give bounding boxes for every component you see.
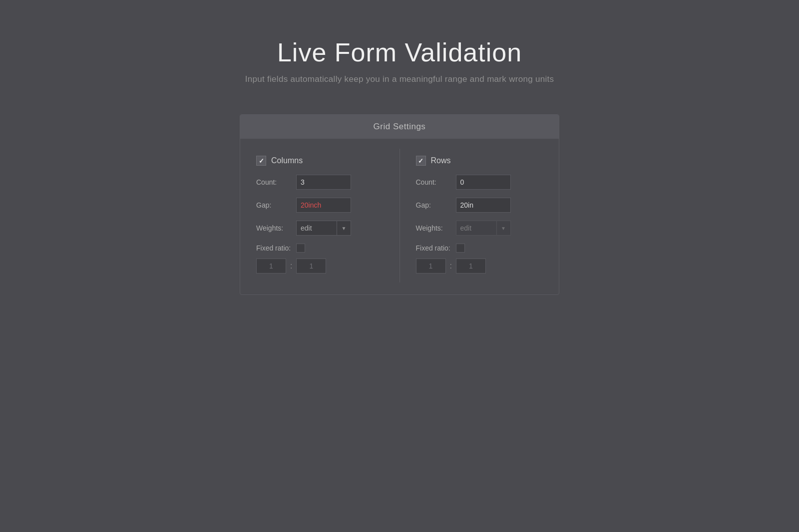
- rows-count-label: Count:: [416, 178, 452, 186]
- columns-weights-dropdown[interactable]: edit ▼: [296, 221, 351, 236]
- rows-gap-row: Gap:: [416, 198, 543, 213]
- rows-title: Rows: [431, 156, 451, 165]
- rows-weights-value: edit: [456, 224, 496, 232]
- rows-ratio-input1[interactable]: [416, 259, 446, 273]
- columns-section: Columns Count: Gap: Weights: edit ▼ Fixe…: [248, 149, 392, 282]
- columns-gap-row: Gap:: [256, 198, 384, 213]
- columns-gap-label: Gap:: [256, 201, 292, 209]
- rows-count-input[interactable]: [456, 175, 511, 190]
- columns-ratio-separator: :: [290, 262, 292, 270]
- columns-count-label: Count:: [256, 178, 292, 186]
- columns-title: Columns: [271, 156, 303, 165]
- rows-checkbox[interactable]: [416, 156, 426, 166]
- rows-weights-arrow-icon: ▼: [496, 221, 510, 236]
- columns-count-input[interactable]: [296, 175, 351, 190]
- columns-weights-value: edit: [297, 224, 337, 232]
- rows-gap-input[interactable]: [456, 198, 511, 213]
- section-divider: [400, 149, 400, 282]
- page-subtitle: Input fields automatically keep you in a…: [245, 74, 554, 84]
- columns-weights-row: Weights: edit ▼: [256, 221, 384, 236]
- rows-section: Rows Count: Gap: Weights: edit ▼ Fixed r…: [408, 149, 551, 282]
- columns-ratio-row: :: [256, 259, 384, 273]
- columns-fixed-ratio-row: Fixed ratio:: [256, 244, 384, 253]
- columns-ratio-input2[interactable]: [296, 259, 326, 273]
- rows-weights-label: Weights:: [416, 224, 452, 232]
- columns-ratio-input1[interactable]: [256, 259, 286, 273]
- rows-fixed-ratio-label: Fixed ratio:: [416, 244, 452, 252]
- grid-settings-panel: Grid Settings Columns Count: Gap: Weight…: [240, 114, 559, 295]
- rows-ratio-separator: :: [450, 262, 452, 270]
- rows-gap-label: Gap:: [416, 201, 452, 209]
- rows-header: Rows: [416, 156, 543, 166]
- columns-count-row: Count:: [256, 175, 384, 190]
- panel-header: Grid Settings: [240, 115, 559, 139]
- page-title: Live Form Validation: [245, 37, 554, 67]
- columns-weights-label: Weights:: [256, 224, 292, 232]
- columns-fixed-ratio-checkbox[interactable]: [296, 244, 305, 253]
- columns-checkbox[interactable]: [256, 156, 266, 166]
- rows-ratio-row: :: [416, 259, 543, 273]
- rows-fixed-ratio-checkbox[interactable]: [456, 244, 465, 253]
- panel-body: Columns Count: Gap: Weights: edit ▼ Fixe…: [240, 139, 559, 294]
- columns-gap-input[interactable]: [296, 198, 351, 213]
- rows-weights-row: Weights: edit ▼: [416, 221, 543, 236]
- rows-ratio-input2[interactable]: [456, 259, 486, 273]
- rows-count-row: Count:: [416, 175, 543, 190]
- columns-header: Columns: [256, 156, 384, 166]
- rows-weights-dropdown[interactable]: edit ▼: [456, 221, 511, 236]
- page-header: Live Form Validation Input fields automa…: [245, 37, 554, 84]
- columns-weights-arrow-icon: ▼: [337, 221, 351, 236]
- columns-fixed-ratio-label: Fixed ratio:: [256, 244, 292, 252]
- rows-fixed-ratio-row: Fixed ratio:: [416, 244, 543, 253]
